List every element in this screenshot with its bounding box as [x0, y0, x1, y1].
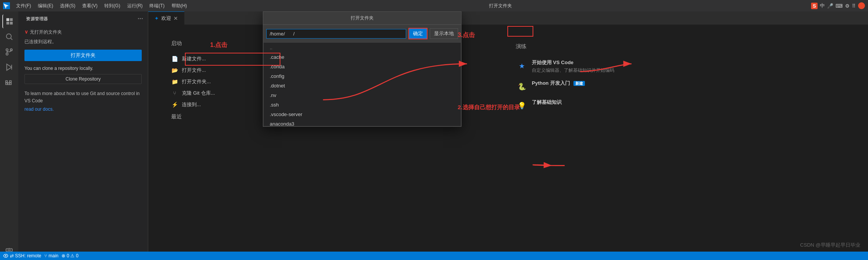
connect-icon: ⚡ [171, 101, 178, 108]
watermark-text: CSDN @早睡早起早日毕业 [800, 242, 860, 249]
error-status: ⊗ 0 ⚠ 0 [62, 253, 78, 258]
menu-file[interactable]: 文件(F) [13, 2, 34, 10]
dialog-path-input[interactable] [266, 29, 406, 39]
practice-python-icon: 🐍 [516, 81, 528, 93]
svg-point-3 [6, 53, 8, 55]
practice-python-title: Python 开发入门 新建 [532, 80, 585, 87]
tab-close-button[interactable]: ✕ [173, 15, 178, 21]
list-item-vscode-server[interactable]: .vscode-server [264, 110, 461, 119]
svg-point-2 [6, 49, 8, 51]
dialog-title: 打开文件夹 [263, 12, 461, 25]
practice-basics-title: 了解基础知识 [532, 99, 562, 106]
grid-icon: ⠿ [852, 3, 856, 9]
svg-rect-9 [6, 81, 8, 82]
clone-description: You can clone a repository locally. [24, 66, 142, 71]
avatar-icon [858, 2, 865, 9]
svg-line-1 [11, 38, 12, 40]
no-folder-label: 无打开的文件夹 [30, 29, 62, 35]
dialog-input-row: 确定 显示本地 [263, 25, 461, 42]
list-item-config[interactable]: .config [264, 71, 461, 81]
sidebar: 资源管理器 ··· ∨ 无打开的文件夹 已连接到远程。 打开文件夹 You ca… [18, 11, 148, 260]
new-file-icon: 📄 [171, 55, 178, 62]
activity-extensions[interactable] [2, 76, 16, 89]
menu-edit[interactable]: 编辑(E) [35, 2, 56, 10]
remote-status[interactable]: ⇄ SSH: remote [3, 253, 41, 258]
remote-connected-text: 已连接到远程。 [24, 39, 142, 45]
list-item-cache[interactable]: .cache [264, 52, 461, 62]
activity-search[interactable] [2, 30, 16, 44]
activity-explorer[interactable] [2, 15, 16, 28]
sougou-icon: S [811, 3, 818, 9]
list-item-nv[interactable]: .nv [264, 90, 461, 100]
mic-icon: 🎤 [827, 3, 833, 9]
clone-repository-button[interactable]: Clone Repository [24, 74, 142, 84]
new-badge: 新建 [573, 81, 585, 86]
list-item-dotnet[interactable]: .dotnet [264, 81, 461, 90]
title-right: S 中 🎤 ⌨ ⚙ ⠿ [811, 2, 865, 9]
main-layout: 资源管理器 ··· ∨ 无打开的文件夹 已连接到远程。 打开文件夹 You ca… [0, 11, 868, 260]
practice-vscode-text: 开始使用 VS Code 自定义编辑器、了解基础知识并开始编码 [532, 59, 614, 74]
title-bar: 文件(F) 编辑(E) 选择(S) 查看(V) 转到(G) 运行(R) 终端(T… [0, 0, 868, 11]
status-bar: ⇄ SSH: remote ⑂ main ⊗ 0 ⚠ 0 [0, 252, 868, 260]
dialog-confirm-button[interactable]: 确定 [408, 28, 428, 39]
connect-label: 连接到... [182, 101, 201, 108]
menu-goto[interactable]: 转到(G) [101, 2, 123, 10]
menu-view[interactable]: 查看(V) [79, 2, 100, 10]
clone-git-label: 克隆 Git 仓库... [182, 90, 215, 97]
editor-area: ✦ 欢迎 ✕ 启动 📄 新建文件... 📂 打开文件... 📁 [148, 11, 868, 260]
branch-status: ⑂ main [44, 253, 58, 258]
practice-basics-text: 了解基础知识 [532, 99, 562, 107]
practice-basics[interactable]: 💡 了解基础知识 [516, 96, 845, 115]
keyboard-icon: ⌨ [836, 3, 843, 9]
activity-run[interactable] [2, 60, 16, 74]
open-folder-dialog: 打开文件夹 确定 显示本地 .. .cache .conda .config .… [263, 11, 462, 127]
practice-vscode[interactable]: ★ 开始使用 VS Code 自定义编辑器、了解基础知识并开始编码 [516, 56, 845, 77]
open-folder-label: 打开文件夹... [182, 78, 211, 85]
title-center: 打开文件夹 [193, 3, 808, 9]
open-folder-icon: 📁 [171, 78, 178, 85]
menu-select[interactable]: 选择(S) [57, 2, 78, 10]
practice-section: 演练 ★ 开始使用 VS Code 自定义编辑器、了解基础知识并开始编码 🐍 P… [516, 43, 845, 126]
tab-welcome[interactable]: ✦ 欢迎 ✕ [148, 11, 185, 25]
practice-vscode-icon: ★ [516, 60, 528, 72]
dialog-local-button[interactable]: 显示本地 [430, 28, 458, 39]
open-file-label: 打开文件... [182, 67, 206, 74]
sidebar-more-button[interactable]: ··· [138, 15, 143, 22]
list-item-anaconda3[interactable]: anaconda3 [264, 119, 461, 126]
practice-vscode-title: 开始使用 VS Code [532, 59, 614, 66]
welcome-panel: 启动 📄 新建文件... 📂 打开文件... 📁 打开文件夹... ⑂ 克隆 G… [148, 25, 868, 142]
sidebar-title: 资源管理器 [26, 16, 48, 22]
menu-bar: 文件(F) 编辑(E) 选择(S) 查看(V) 转到(G) 运行(R) 终端(T… [13, 2, 190, 10]
list-item-dotdot[interactable]: .. [264, 43, 461, 52]
svg-rect-7 [6, 83, 8, 85]
activity-source-control[interactable] [2, 45, 16, 59]
dialog-file-list: .. .cache .conda .config .dotnet .nv .ss… [263, 42, 461, 126]
menu-terminal[interactable]: 终端(T) [146, 2, 167, 10]
no-folder-section: ∨ 无打开的文件夹 已连接到远程。 打开文件夹 You can clone a … [18, 24, 148, 116]
tab-welcome-label: 欢迎 [161, 15, 171, 22]
apps-icon: ⚙ [845, 3, 850, 9]
svg-rect-10 [10, 81, 11, 82]
practice-title: 演练 [516, 43, 845, 50]
list-item-ssh[interactable]: .ssh [264, 100, 461, 110]
list-item-conda[interactable]: .conda [264, 62, 461, 71]
practice-python[interactable]: 🐍 Python 开发入门 新建 [516, 77, 845, 96]
practice-python-text: Python 开发入门 新建 [532, 80, 585, 88]
sidebar-header: 资源管理器 ··· [18, 11, 148, 24]
app-icon [3, 2, 10, 9]
open-folder-button[interactable]: 打开文件夹 [24, 50, 142, 61]
ime-indicator: 中 [820, 2, 825, 9]
no-folder-title: ∨ 无打开的文件夹 [24, 29, 142, 36]
svg-point-0 [6, 34, 11, 39]
svg-marker-5 [7, 64, 12, 71]
menu-run[interactable]: 运行(R) [124, 2, 146, 10]
tab-bar: ✦ 欢迎 ✕ [148, 11, 868, 25]
clone-git-icon: ⑂ [171, 90, 178, 97]
menu-help[interactable]: 帮助(H) [168, 2, 190, 10]
practice-basics-icon: 💡 [516, 100, 528, 112]
practice-vscode-desc: 自定义编辑器、了解基础知识并开始编码 [532, 67, 614, 74]
svg-rect-11 [10, 83, 11, 85]
open-file-icon: 📂 [171, 67, 178, 74]
activity-bar [0, 11, 18, 260]
read-docs-link[interactable]: read our docs. [24, 107, 54, 112]
